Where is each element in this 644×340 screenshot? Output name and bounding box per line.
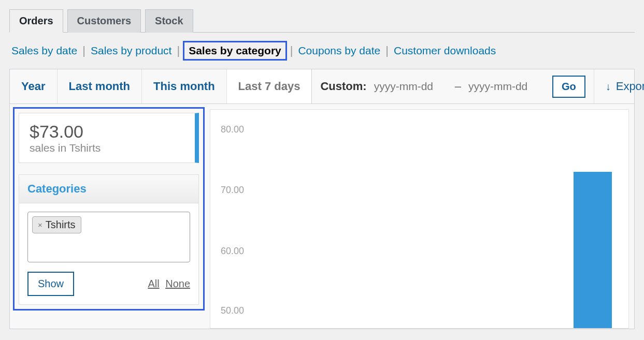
custom-start-date[interactable] — [372, 78, 450, 95]
range-last-7-days[interactable]: Last 7 days — [227, 69, 312, 104]
dash: – — [450, 80, 466, 93]
subnav-coupons-by-date[interactable]: Coupons by date — [296, 43, 382, 58]
subnav-sales-by-product[interactable]: Sales by product — [89, 43, 174, 58]
categories-panel: Categories × Tshirts Show All — [19, 174, 199, 305]
tab-customers[interactable]: Customers — [67, 9, 141, 33]
range-last-month[interactable]: Last month — [58, 69, 142, 104]
chart: 80.00 70.00 60.00 50.00 — [210, 109, 629, 329]
remove-icon[interactable]: × — [38, 220, 42, 229]
stat-value: $73.00 — [30, 122, 184, 142]
custom-label: Custom: — [320, 80, 366, 93]
separator: | — [287, 44, 296, 57]
y-tick: 80.00 — [221, 124, 244, 135]
subnav-sales-by-date[interactable]: Sales by date — [9, 43, 79, 58]
separator: | — [382, 44, 392, 57]
export-label: Export CSV — [616, 80, 644, 93]
category-chip: × Tshirts — [32, 216, 81, 233]
show-button[interactable]: Show — [27, 272, 74, 296]
stat-card[interactable]: $73.00 sales in Tshirts — [19, 113, 199, 163]
range-year[interactable]: Year — [10, 69, 58, 104]
export-csv[interactable]: ↓ Export CSV — [594, 69, 644, 104]
chip-label: Tshirts — [46, 219, 76, 231]
category-select[interactable]: × Tshirts — [27, 212, 190, 262]
custom-end-date[interactable] — [466, 78, 544, 95]
range-custom: Custom: – Go — [312, 69, 594, 104]
categories-heading: Categories — [19, 175, 198, 203]
main-tabs: Orders Customers Stock — [9, 0, 635, 33]
separator: | — [79, 44, 89, 57]
separator: | — [174, 44, 183, 57]
tab-orders[interactable]: Orders — [9, 9, 63, 33]
y-tick: 70.00 — [221, 185, 244, 196]
subnav-sales-by-category[interactable]: Sales by category — [183, 41, 287, 61]
chart-bar — [574, 172, 612, 328]
select-all[interactable]: All — [148, 278, 159, 289]
select-links: All None — [145, 278, 190, 290]
y-tick: 60.00 — [221, 246, 244, 257]
stat-desc: sales in Tshirts — [30, 142, 184, 154]
range-this-month[interactable]: This month — [142, 69, 227, 104]
tab-stock[interactable]: Stock — [145, 9, 193, 33]
select-none[interactable]: None — [165, 278, 190, 289]
subnav-customer-downloads[interactable]: Customer downloads — [392, 43, 498, 58]
report-panel: Year Last month This month Last 7 days C… — [9, 69, 635, 329]
download-icon: ↓ — [606, 81, 611, 93]
y-tick: 50.00 — [221, 305, 244, 316]
report-subnav: Sales by date | Sales by product | Sales… — [9, 33, 635, 69]
go-button[interactable]: Go — [552, 76, 585, 98]
date-range-tabs: Year Last month This month Last 7 days C… — [10, 69, 634, 104]
report-sidebar: $73.00 sales in Tshirts Categories × Tsh… — [13, 107, 205, 311]
